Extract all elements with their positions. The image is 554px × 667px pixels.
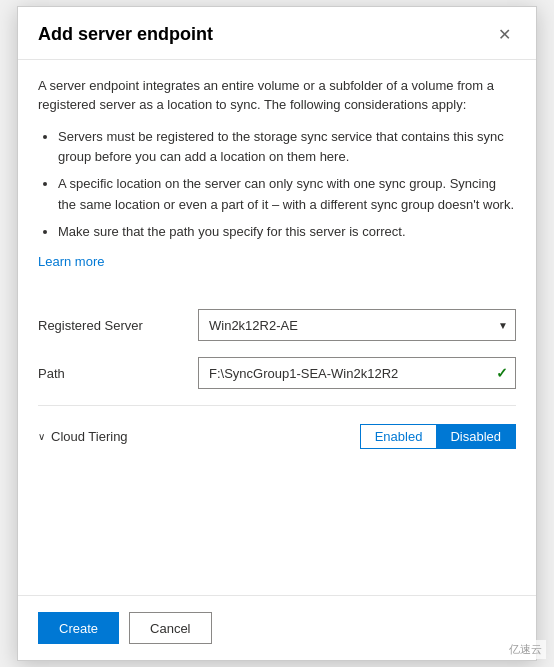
create-button[interactable]: Create (38, 612, 119, 644)
chevron-icon: ∨ (38, 431, 45, 442)
path-control: ✓ (198, 357, 516, 389)
path-row: Path ✓ (38, 357, 516, 389)
dialog-overlay: Add server endpoint ✕ A server endpoint … (0, 0, 554, 667)
cloud-tiering-label[interactable]: ∨ Cloud Tiering (38, 429, 128, 444)
bullet-item-3: Make sure that the path you specify for … (58, 222, 516, 243)
bullet-item-1: Servers must be registered to the storag… (58, 127, 516, 169)
registered-server-select-wrapper: Win2k12R2-AE ▼ (198, 309, 516, 341)
close-button[interactable]: ✕ (492, 23, 516, 47)
dialog-body: A server endpoint integrates an entire v… (18, 60, 536, 596)
cloud-tiering-disabled-button[interactable]: Disabled (436, 425, 515, 448)
path-input[interactable] (198, 357, 516, 389)
cloud-tiering-text: Cloud Tiering (51, 429, 128, 444)
registered-server-select[interactable]: Win2k12R2-AE (198, 309, 516, 341)
cloud-tiering-toggle: Enabled Disabled (360, 424, 516, 449)
learn-more-link[interactable]: Learn more (38, 254, 104, 269)
intro-text: A server endpoint integrates an entire v… (38, 76, 516, 115)
section-divider (38, 405, 516, 406)
form-section: Registered Server Win2k12R2-AE ▼ Path (38, 309, 516, 389)
bullet-item-2: A specific location on the server can on… (58, 174, 516, 216)
registered-server-control: Win2k12R2-AE ▼ (198, 309, 516, 341)
path-input-wrapper: ✓ (198, 357, 516, 389)
content-spacer (38, 459, 516, 579)
path-label: Path (38, 366, 198, 381)
registered-server-row: Registered Server Win2k12R2-AE ▼ (38, 309, 516, 341)
cloud-tiering-row: ∨ Cloud Tiering Enabled Disabled (38, 414, 516, 459)
checkmark-icon: ✓ (496, 365, 508, 381)
cancel-button[interactable]: Cancel (129, 612, 211, 644)
watermark: 亿速云 (505, 640, 546, 659)
registered-server-label: Registered Server (38, 318, 198, 333)
add-server-endpoint-dialog: Add server endpoint ✕ A server endpoint … (17, 6, 537, 662)
cloud-tiering-enabled-button[interactable]: Enabled (361, 425, 437, 448)
dialog-header: Add server endpoint ✕ (18, 7, 536, 60)
dialog-title: Add server endpoint (38, 24, 213, 45)
dialog-footer: Create Cancel (18, 595, 536, 660)
bullet-list: Servers must be registered to the storag… (38, 127, 516, 243)
